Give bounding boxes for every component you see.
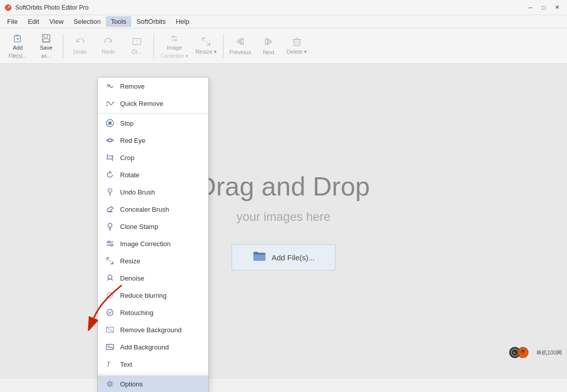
minimize-button[interactable]: ─ (524, 2, 537, 13)
drop-title: Drag and Drop (197, 171, 370, 202)
folder-icon (252, 250, 267, 265)
status-bar (0, 378, 567, 392)
svg-rect-7 (43, 38, 49, 42)
svg-point-41 (110, 244, 112, 246)
svg-line-42 (107, 258, 113, 264)
menu-item-stop[interactable]: Stop (98, 114, 208, 132)
toolbar-resize[interactable]: Resize ▾ (193, 31, 220, 61)
stop-icon (105, 118, 115, 128)
watermark-logo: + (509, 345, 534, 360)
rotate-icon (105, 170, 115, 180)
menu-sep-1 (98, 113, 208, 113)
menu-item-add-background[interactable]: Add Background (98, 338, 208, 356)
toolbar-sep-2 (154, 34, 154, 58)
menu-item-reduce-blurring[interactable]: Reduce blurring (98, 287, 208, 304)
toolbar-delete[interactable]: Delete ▾ (283, 31, 311, 61)
save-icon (40, 33, 52, 44)
tools-dropdown-menu: Remove Quick Remove Stop Red Eye (97, 77, 209, 392)
concealer-brush-icon (105, 204, 115, 214)
toolbar-save-as[interactable]: Save as... (32, 31, 60, 61)
options-icon (105, 379, 115, 389)
resize-menu-icon (105, 256, 115, 266)
menu-item-retouching[interactable]: Retouching (98, 304, 208, 321)
remove-icon (105, 81, 115, 91)
toolbar-undo[interactable]: Undo (66, 31, 94, 61)
retouching-icon (105, 307, 115, 318)
svg-point-13 (175, 39, 176, 41)
toolbar-sep-1 (63, 34, 63, 58)
svg-point-36 (108, 223, 112, 227)
menu-item-clone-stamp[interactable]: Clone Stamp (98, 218, 208, 235)
main-area: Drag and Drop your images here Add File(… (0, 64, 567, 378)
svg-rect-5 (43, 34, 50, 42)
toolbar-next[interactable]: Next (255, 31, 282, 61)
title-bar-controls: ─ □ ✕ (524, 2, 563, 13)
menu-selection[interactable]: Selection (68, 16, 105, 27)
next-icon (262, 35, 275, 48)
toolbar: Add File(s)... Save as... Undo Redo (0, 28, 567, 64)
add-files-icon (11, 33, 24, 44)
undo-icon (74, 36, 86, 47)
menu-item-denoise[interactable]: Denoise (98, 269, 208, 287)
reduce-blurring-icon (105, 290, 115, 300)
menu-file[interactable]: File (2, 16, 23, 27)
svg-point-27 (108, 139, 111, 142)
crop-icon (105, 152, 115, 163)
svg-point-0 (5, 5, 11, 11)
svg-rect-6 (44, 34, 48, 37)
menu-bar: File Edit View Selection Tools SoftOrbit… (0, 15, 567, 28)
menu-item-text[interactable]: T Text (98, 356, 208, 373)
image-correction-icon (168, 33, 180, 44)
menu-item-image-correction[interactable]: Image Correction (98, 235, 208, 252)
toolbar-sep-3 (223, 34, 223, 58)
menu-item-remove[interactable]: Remove (98, 77, 208, 95)
menu-view[interactable]: View (44, 16, 68, 27)
menu-item-red-eye[interactable]: Red Eye (98, 132, 208, 149)
image-correction-menu-icon (105, 239, 115, 249)
svg-rect-19 (294, 40, 300, 46)
title-bar-left: SoftOrbits Photo Editor Pro (4, 4, 89, 12)
denoise-icon (105, 273, 115, 283)
menu-item-concealer-brush[interactable]: Concealer Brush (98, 201, 208, 218)
toolbar-original[interactable]: Or... (123, 31, 150, 61)
app-title: SoftOrbits Photo Editor Pro (15, 4, 89, 11)
add-files-button[interactable]: Add File(s)... (232, 244, 335, 270)
remove-background-icon (105, 325, 115, 335)
toolbar-image-correction[interactable]: Image Correction ▾ (157, 31, 192, 61)
watermark: + 单机100网 (509, 345, 562, 360)
toolbar-add-files[interactable]: Add File(s)... (4, 31, 31, 61)
add-background-icon (105, 342, 115, 352)
svg-point-50 (108, 345, 109, 347)
svg-text:T: T (106, 361, 111, 368)
svg-point-1 (8, 6, 10, 8)
quick-remove-icon (105, 98, 115, 108)
maximize-button[interactable]: □ (538, 2, 550, 13)
close-button[interactable]: ✕ (551, 2, 563, 13)
menu-item-remove-background[interactable]: Remove Background (98, 321, 208, 338)
menu-item-crop[interactable]: Crop (98, 149, 208, 166)
menu-help[interactable]: Help (171, 16, 195, 27)
menu-edit[interactable]: Edit (23, 16, 44, 27)
svg-point-45 (109, 294, 111, 296)
text-menu-icon: T (105, 359, 115, 369)
menu-item-resize[interactable]: Resize (98, 252, 208, 269)
svg-rect-26 (108, 122, 111, 125)
svg-point-52 (108, 382, 111, 385)
add-files-label: Add File(s)... (272, 253, 315, 262)
menu-sep-2 (98, 374, 208, 374)
app-icon (4, 4, 12, 12)
menu-softorbits[interactable]: SoftOrbits (131, 16, 171, 27)
svg-point-43 (108, 275, 112, 279)
toolbar-redo[interactable]: Redo (95, 31, 122, 61)
svg-point-59 (521, 349, 524, 352)
delete-icon (291, 36, 303, 47)
clone-stamp-icon (105, 221, 115, 231)
menu-item-quick-remove[interactable]: Quick Remove (98, 95, 208, 112)
menu-item-undo-brush[interactable]: Undo Brush (98, 183, 208, 201)
menu-item-rotate[interactable]: Rotate (98, 166, 208, 183)
svg-rect-49 (106, 344, 114, 349)
menu-item-options[interactable]: Options (98, 375, 208, 392)
toolbar-previous[interactable]: Previous (226, 31, 254, 61)
menu-tools[interactable]: Tools (106, 16, 131, 27)
drop-zone[interactable]: Drag and Drop your images here Add File(… (0, 64, 567, 378)
